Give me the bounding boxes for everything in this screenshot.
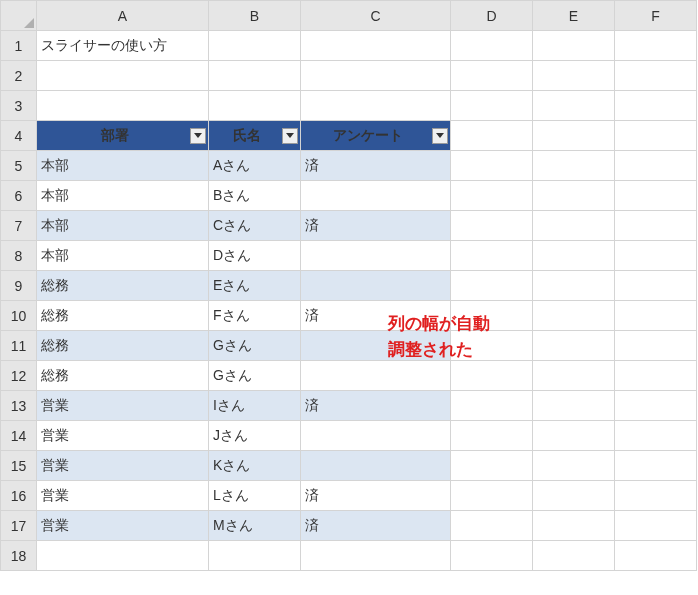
cell-C3[interactable] — [301, 91, 451, 121]
cell-B16[interactable]: Lさん — [209, 481, 301, 511]
row-header-1[interactable]: 1 — [1, 31, 37, 61]
spreadsheet-grid[interactable]: A B C D E F 1スライサーの使い方234部署氏名アンケート5本部Aさん… — [0, 0, 697, 571]
cell-B11[interactable]: Gさん — [209, 331, 301, 361]
cell-C15[interactable] — [301, 451, 451, 481]
cell-B12[interactable]: Gさん — [209, 361, 301, 391]
cell-D17[interactable] — [451, 511, 533, 541]
cell-C4[interactable]: アンケート — [301, 121, 451, 151]
cell-C16[interactable]: 済 — [301, 481, 451, 511]
cell-B9[interactable]: Eさん — [209, 271, 301, 301]
cell-A2[interactable] — [37, 61, 209, 91]
cell-F2[interactable] — [615, 61, 697, 91]
row-header-10[interactable]: 10 — [1, 301, 37, 331]
row-header-13[interactable]: 13 — [1, 391, 37, 421]
row-header-2[interactable]: 2 — [1, 61, 37, 91]
cell-E5[interactable] — [533, 151, 615, 181]
filter-button-氏名[interactable] — [282, 128, 298, 144]
cell-F12[interactable] — [615, 361, 697, 391]
cell-A4[interactable]: 部署 — [37, 121, 209, 151]
row-header-5[interactable]: 5 — [1, 151, 37, 181]
cell-F11[interactable] — [615, 331, 697, 361]
cell-F9[interactable] — [615, 271, 697, 301]
cell-A7[interactable]: 本部 — [37, 211, 209, 241]
cell-A16[interactable]: 営業 — [37, 481, 209, 511]
row-header-3[interactable]: 3 — [1, 91, 37, 121]
cell-E17[interactable] — [533, 511, 615, 541]
cell-B4[interactable]: 氏名 — [209, 121, 301, 151]
cell-D12[interactable] — [451, 361, 533, 391]
col-header-B[interactable]: B — [209, 1, 301, 31]
cell-E8[interactable] — [533, 241, 615, 271]
cell-B8[interactable]: Dさん — [209, 241, 301, 271]
row-header-12[interactable]: 12 — [1, 361, 37, 391]
cell-B5[interactable]: Aさん — [209, 151, 301, 181]
cell-A11[interactable]: 総務 — [37, 331, 209, 361]
cell-B13[interactable]: Iさん — [209, 391, 301, 421]
row-header-8[interactable]: 8 — [1, 241, 37, 271]
cell-E14[interactable] — [533, 421, 615, 451]
cell-D4[interactable] — [451, 121, 533, 151]
row-header-4[interactable]: 4 — [1, 121, 37, 151]
cell-D6[interactable] — [451, 181, 533, 211]
cell-F6[interactable] — [615, 181, 697, 211]
cell-E1[interactable] — [533, 31, 615, 61]
cell-D8[interactable] — [451, 241, 533, 271]
cell-C7[interactable]: 済 — [301, 211, 451, 241]
cell-D14[interactable] — [451, 421, 533, 451]
cell-F3[interactable] — [615, 91, 697, 121]
cell-A17[interactable]: 営業 — [37, 511, 209, 541]
cell-D7[interactable] — [451, 211, 533, 241]
cell-E16[interactable] — [533, 481, 615, 511]
cell-B1[interactable] — [209, 31, 301, 61]
cell-C13[interactable]: 済 — [301, 391, 451, 421]
cell-F18[interactable] — [615, 541, 697, 571]
cell-F5[interactable] — [615, 151, 697, 181]
row-header-16[interactable]: 16 — [1, 481, 37, 511]
row-header-9[interactable]: 9 — [1, 271, 37, 301]
cell-D2[interactable] — [451, 61, 533, 91]
cell-E4[interactable] — [533, 121, 615, 151]
cell-E18[interactable] — [533, 541, 615, 571]
cell-C1[interactable] — [301, 31, 451, 61]
col-header-A[interactable]: A — [37, 1, 209, 31]
cell-E11[interactable] — [533, 331, 615, 361]
cell-A3[interactable] — [37, 91, 209, 121]
col-header-D[interactable]: D — [451, 1, 533, 31]
cell-C6[interactable] — [301, 181, 451, 211]
cell-F16[interactable] — [615, 481, 697, 511]
cell-C8[interactable] — [301, 241, 451, 271]
cell-B15[interactable]: Kさん — [209, 451, 301, 481]
cell-D18[interactable] — [451, 541, 533, 571]
cell-C17[interactable]: 済 — [301, 511, 451, 541]
cell-F13[interactable] — [615, 391, 697, 421]
cell-F4[interactable] — [615, 121, 697, 151]
cell-F7[interactable] — [615, 211, 697, 241]
cell-A1[interactable]: スライサーの使い方 — [37, 31, 209, 61]
cell-B6[interactable]: Bさん — [209, 181, 301, 211]
row-header-17[interactable]: 17 — [1, 511, 37, 541]
cell-A18[interactable] — [37, 541, 209, 571]
cell-E3[interactable] — [533, 91, 615, 121]
cell-E2[interactable] — [533, 61, 615, 91]
row-header-7[interactable]: 7 — [1, 211, 37, 241]
cell-A12[interactable]: 総務 — [37, 361, 209, 391]
cell-C9[interactable] — [301, 271, 451, 301]
cell-B10[interactable]: Fさん — [209, 301, 301, 331]
cell-D3[interactable] — [451, 91, 533, 121]
cell-A6[interactable]: 本部 — [37, 181, 209, 211]
cell-D13[interactable] — [451, 391, 533, 421]
cell-E12[interactable] — [533, 361, 615, 391]
row-header-11[interactable]: 11 — [1, 331, 37, 361]
cell-A13[interactable]: 営業 — [37, 391, 209, 421]
col-header-C[interactable]: C — [301, 1, 451, 31]
cell-C18[interactable] — [301, 541, 451, 571]
cell-A5[interactable]: 本部 — [37, 151, 209, 181]
cell-F8[interactable] — [615, 241, 697, 271]
cell-A14[interactable]: 営業 — [37, 421, 209, 451]
cell-A10[interactable]: 総務 — [37, 301, 209, 331]
cell-E15[interactable] — [533, 451, 615, 481]
cell-B2[interactable] — [209, 61, 301, 91]
row-header-6[interactable]: 6 — [1, 181, 37, 211]
cell-C5[interactable]: 済 — [301, 151, 451, 181]
cell-B18[interactable] — [209, 541, 301, 571]
